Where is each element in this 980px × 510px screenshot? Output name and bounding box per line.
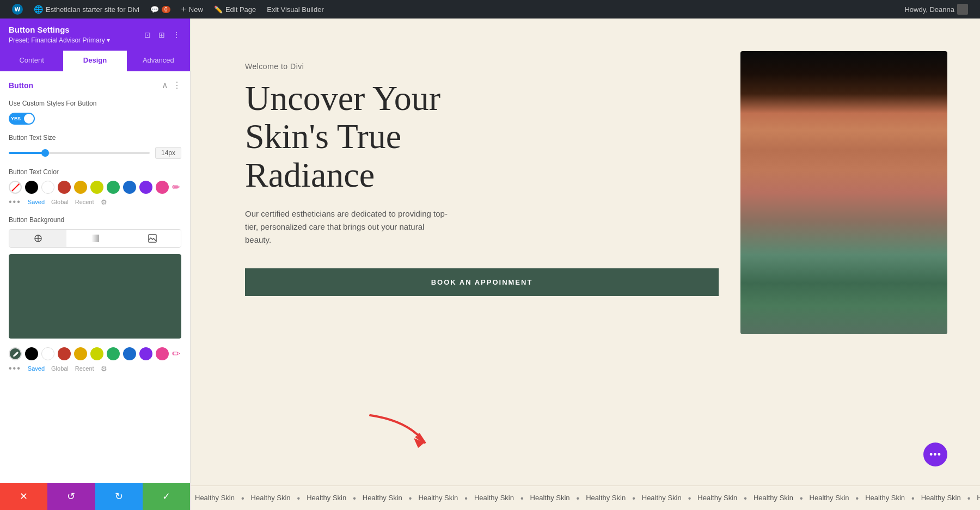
bottom-swatch-red[interactable] <box>58 347 71 360</box>
edit-page-label: Edit Page <box>225 5 256 14</box>
text-size-field: Button Text Size 14px <box>9 133 181 159</box>
recent-link-2[interactable]: Recent <box>75 365 94 372</box>
text-color-label: Button Text Color <box>9 168 181 177</box>
hero-text: Welcome to Divi Uncover Your Skin's True… <box>245 51 719 296</box>
bottom-swatch-pink[interactable] <box>156 347 169 360</box>
swatch-gear-1[interactable]: ⚙ <box>101 198 107 206</box>
custom-styles-toggle[interactable]: YES <box>9 113 35 125</box>
toggle-thumb <box>24 114 34 124</box>
slider-thumb[interactable] <box>41 149 49 157</box>
exit-builder-item[interactable]: Exit Visual Builder <box>261 0 329 19</box>
undo-button[interactable]: ↺ <box>47 483 95 510</box>
global-link-2[interactable]: Global <box>51 365 69 372</box>
bottom-swatch-lime[interactable] <box>90 347 103 360</box>
panel-screenshot-icon[interactable]: ⊡ <box>143 29 152 40</box>
bottom-swatch-blue[interactable] <box>123 347 136 360</box>
hero-welcome: Welcome to Divi <box>245 62 719 71</box>
hero-description: Our certified estheticians are dedicated… <box>245 207 452 247</box>
exit-builder-label: Exit Visual Builder <box>267 5 324 14</box>
toggle-container: YES <box>9 113 181 125</box>
bottom-pen-icon[interactable]: ✏ <box>172 348 180 360</box>
color-swatch-pink[interactable] <box>156 181 169 194</box>
color-swatch-black[interactable] <box>25 181 38 194</box>
bottom-brush-swatch[interactable] <box>9 347 22 360</box>
ticker-item-3: Healthy Skin <box>302 494 351 503</box>
color-swatch-transparent[interactable] <box>9 181 22 194</box>
admin-bar-right: Howdy, Deanna <box>899 0 973 19</box>
panel-grid-icon[interactable]: ⊞ <box>157 29 166 40</box>
swatch-footer-2: ••• Saved Global Recent ⚙ <box>9 364 181 373</box>
color-swatch-white[interactable] <box>41 181 54 194</box>
ticker-item-12: Healthy Skin <box>805 494 854 503</box>
ticker-bar: Healthy Skin • Healthy Skin • Healthy Sk… <box>191 486 980 510</box>
ticker-item-14: Healthy Skin <box>917 494 965 503</box>
redo-button[interactable]: ↻ <box>95 483 143 510</box>
howdy-item[interactable]: Howdy, Deanna <box>899 0 973 19</box>
section-collapse-icon[interactable]: ∧ <box>162 80 168 90</box>
global-link-1[interactable]: Global <box>51 199 69 205</box>
bg-tab-color[interactable] <box>9 230 66 247</box>
new-item[interactable]: + New <box>176 0 209 19</box>
swatch-gear-2[interactable]: ⚙ <box>101 365 107 373</box>
section-more-icon[interactable]: ⋮ <box>173 80 181 90</box>
plus-icon: + <box>181 4 186 14</box>
wp-admin-bar: W 🌐 Esthetician starter site for Divi 💬 … <box>0 0 980 19</box>
slider-track <box>9 152 150 154</box>
ticker-item-1: Healthy Skin <box>191 494 239 503</box>
ticker-item-2: Healthy Skin <box>247 494 295 503</box>
bg-tab-image[interactable] <box>124 230 181 247</box>
color-swatch-purple[interactable] <box>139 181 152 194</box>
hero-section: Welcome to Divi Uncover Your Skin's True… <box>191 19 980 486</box>
color-swatch-blue[interactable] <box>123 181 136 194</box>
panel-title: Button Settings <box>9 25 110 34</box>
bottom-swatch-yellow[interactable] <box>74 347 87 360</box>
color-pen-icon[interactable]: ✏ <box>172 181 180 193</box>
saved-link-2[interactable]: Saved <box>28 365 45 372</box>
saved-link-1[interactable]: Saved <box>28 199 45 205</box>
main-layout: Button Settings Preset: Financial Adviso… <box>0 19 980 510</box>
swatch-dots-2[interactable]: ••• <box>9 364 21 373</box>
cancel-button[interactable]: ✕ <box>0 483 47 510</box>
wp-logo-item[interactable]: W <box>7 0 28 19</box>
panel-more-icon[interactable]: ⋮ <box>171 29 181 40</box>
save-button[interactable]: ✓ <box>143 483 190 510</box>
ticker-item-6: Healthy Skin <box>470 494 518 503</box>
bg-tab-gradient[interactable] <box>66 230 124 247</box>
panel-tabs: Content Design Advanced <box>0 51 190 71</box>
tab-design[interactable]: Design <box>63 51 126 71</box>
slider-fill <box>9 152 44 154</box>
text-size-label: Button Text Size <box>9 133 181 143</box>
site-name-label: Esthetician starter site for Divi <box>46 5 139 14</box>
hero-image <box>740 51 947 334</box>
bg-tabs <box>9 229 181 248</box>
color-swatch-red[interactable] <box>58 181 71 194</box>
comments-item[interactable]: 💬 0 <box>145 0 176 19</box>
swatch-footer-1: ••• Saved Global Recent ⚙ <box>9 197 181 207</box>
ticker-item-9: Healthy Skin <box>638 494 686 503</box>
floating-more-button[interactable]: ••• <box>923 443 947 466</box>
color-swatch-yellow[interactable] <box>74 181 87 194</box>
site-name-item[interactable]: 🌐 Esthetician starter site for Divi <box>28 0 145 19</box>
bottom-swatch-purple[interactable] <box>139 347 152 360</box>
color-swatch-lime[interactable] <box>90 181 103 194</box>
bottom-swatch-green[interactable] <box>107 347 120 360</box>
svg-rect-1 <box>91 235 99 242</box>
ticker-item-7: Healthy Skin <box>526 494 574 503</box>
tab-content[interactable]: Content <box>0 51 63 71</box>
custom-styles-field: Use Custom Styles For Button YES <box>9 99 181 125</box>
cta-button[interactable]: BOOK AN APPOINMENT <box>245 268 719 296</box>
ticker-item-11: Healthy Skin <box>749 494 798 503</box>
left-panel: Button Settings Preset: Financial Adviso… <box>0 19 191 510</box>
swatch-dots-1[interactable]: ••• <box>9 197 21 207</box>
bottom-swatch-black[interactable] <box>25 347 38 360</box>
section-header: Button ∧ ⋮ <box>9 80 181 90</box>
edit-page-item[interactable]: ✏️ Edit Page <box>209 0 261 19</box>
ticker-item-15: Healthy Skin <box>972 494 980 503</box>
slider-value[interactable]: 14px <box>155 147 181 159</box>
hero-image-container <box>740 51 947 334</box>
bottom-swatch-white[interactable] <box>41 347 54 360</box>
color-swatch-green[interactable] <box>107 181 120 194</box>
panel-preset: Preset: Financial Advisor Primary ▾ <box>9 36 110 44</box>
tab-advanced[interactable]: Advanced <box>127 51 190 71</box>
recent-link-1[interactable]: Recent <box>75 199 94 205</box>
